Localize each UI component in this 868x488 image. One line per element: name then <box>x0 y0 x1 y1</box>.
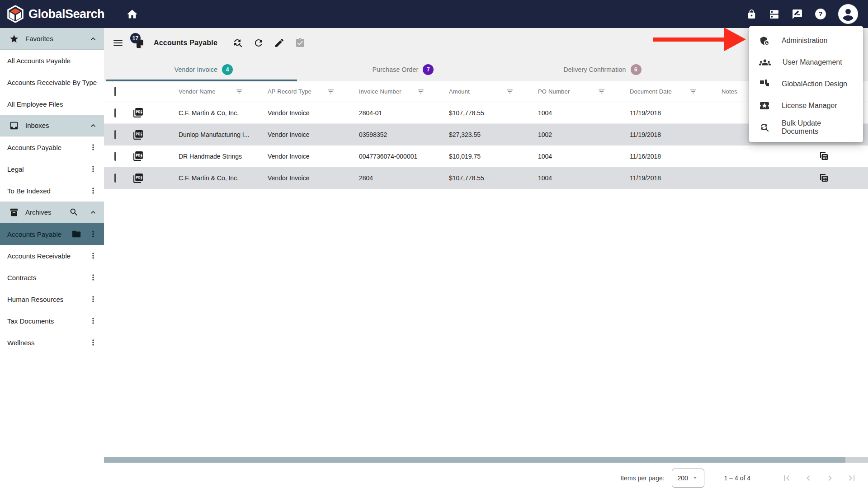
column-header-ap-record-type[interactable]: AP Record Type <box>250 88 341 95</box>
column-header-vendor-name[interactable]: Vendor Name <box>160 88 250 95</box>
find-replace-button[interactable] <box>227 38 248 48</box>
cell-document-date: 11/19/2018 <box>612 109 703 117</box>
filter-icon[interactable] <box>689 88 697 95</box>
chevron-up-icon[interactable] <box>89 121 98 130</box>
tab-vendor-invoice[interactable]: Vendor Invoice 4 <box>104 58 303 81</box>
sidebar: Favorites All Accounts Payable Accounts … <box>0 28 104 488</box>
menu-item-license-manager[interactable]: License Manager <box>749 95 863 117</box>
tab-label: Purchase Order <box>373 66 419 73</box>
cell-amount: $27,323.55 <box>431 131 520 138</box>
sidebar-archive-accounts-receivable[interactable]: Accounts Receivable <box>0 245 104 267</box>
home-button[interactable] <box>126 8 138 20</box>
filter-icon[interactable] <box>598 88 605 95</box>
page-title: Accounts Payable <box>154 39 217 47</box>
column-header-po-number[interactable]: PO Number <box>520 88 612 95</box>
lock-icon[interactable] <box>746 9 757 19</box>
edit-button[interactable] <box>269 38 290 48</box>
row-checkbox[interactable] <box>114 174 116 183</box>
sidebar-item-accounts-receivable-by-type[interactable]: Accounts Receivable By Type <box>0 71 104 93</box>
sidebar-inbox-to-be-indexed[interactable]: To Be Indexed <box>0 180 104 202</box>
sidebar-item-label: Wellness <box>7 339 35 347</box>
top-bar: GlobalSearch ? <box>0 0 868 28</box>
sidebar-item-all-employee-files[interactable]: All Employee Files <box>0 93 104 115</box>
last-page-button[interactable] <box>846 473 857 483</box>
filter-icon[interactable] <box>327 88 335 95</box>
row-checkbox[interactable] <box>114 108 116 117</box>
pdf-icon[interactable] <box>132 150 144 162</box>
table-row[interactable]: C.F. Martin & Co, Inc. Vendor Invoice 28… <box>104 167 868 189</box>
menu-item-globalaction-design[interactable]: GlobalAction Design <box>749 73 863 95</box>
document-copies-icon[interactable] <box>818 173 829 183</box>
pdf-icon[interactable] <box>132 107 144 118</box>
pdf-icon[interactable] <box>132 129 144 141</box>
cell-document-date: 11/19/2018 <box>612 174 703 182</box>
kebab-menu-icon[interactable] <box>89 230 98 239</box>
cell-amount: $10,019.75 <box>431 153 520 160</box>
next-page-button[interactable] <box>825 473 835 483</box>
page-size-select[interactable]: 200 <box>672 469 704 488</box>
filter-icon[interactable] <box>417 88 425 95</box>
archive-icon <box>9 207 19 217</box>
scrollbar-thumb[interactable] <box>104 457 845 463</box>
feedback-icon[interactable] <box>792 9 803 20</box>
cell-ap-record-type: Vendor Invoice <box>250 174 341 182</box>
task-complete-button[interactable] <box>290 38 311 48</box>
kebab-menu-icon[interactable] <box>89 295 98 304</box>
filter-icon[interactable] <box>236 88 243 95</box>
kebab-menu-icon[interactable] <box>89 143 98 152</box>
select-all-checkbox[interactable] <box>114 87 116 96</box>
sidebar-item-all-accounts-payable[interactable]: All Accounts Payable <box>0 50 104 71</box>
chevron-up-icon[interactable] <box>89 34 98 43</box>
menu-item-administration[interactable]: Administration <box>749 30 863 52</box>
dns-icon[interactable] <box>769 9 780 20</box>
users-icon <box>759 56 771 68</box>
first-page-button[interactable] <box>781 473 792 483</box>
prev-page-button[interactable] <box>803 473 814 483</box>
svg-text:?: ? <box>818 10 822 18</box>
column-header-invoice-number[interactable]: Invoice Number <box>341 88 431 95</box>
sidebar-archive-wellness[interactable]: Wellness <box>0 332 104 353</box>
kebab-menu-icon[interactable] <box>89 338 98 347</box>
sidebar-archive-tax-documents[interactable]: Tax Documents <box>0 310 104 332</box>
folder-icon[interactable] <box>71 229 81 239</box>
pagination-bar: Items per page: 200 1 – 4 of 4 <box>104 468 868 488</box>
hamburger-menu-button[interactable] <box>112 37 124 49</box>
inbox-count-badge: 17 <box>130 33 141 43</box>
sidebar-archive-human-resources[interactable]: Human Resources <box>0 288 104 310</box>
sidebar-section-inboxes[interactable]: Inboxes <box>0 115 104 136</box>
row-checkbox[interactable] <box>114 152 116 161</box>
cell-document-date: 11/16/2018 <box>612 153 703 160</box>
sidebar-archive-accounts-payable[interactable]: Accounts Payable <box>0 223 104 245</box>
cell-amount: $107,778.55 <box>431 109 520 117</box>
tab-purchase-order[interactable]: Purchase Order 7 <box>303 58 503 81</box>
horizontal-scrollbar[interactable] <box>104 457 868 463</box>
menu-item-user-management[interactable]: User Management <box>749 52 863 73</box>
sidebar-inbox-legal[interactable]: Legal <box>0 158 104 180</box>
search-icon[interactable] <box>69 207 79 217</box>
sidebar-archive-contracts[interactable]: Contracts <box>0 267 104 288</box>
tab-delivery-confirmation[interactable]: Delivery Confirmation 6 <box>503 58 702 81</box>
sidebar-inbox-accounts-payable[interactable]: Accounts Payable <box>0 136 104 158</box>
help-icon[interactable]: ? <box>815 8 826 20</box>
table-row[interactable]: DR Handmade Strings Vendor Invoice 00477… <box>104 145 868 167</box>
filter-icon[interactable] <box>506 88 514 95</box>
row-checkbox[interactable] <box>114 130 116 139</box>
column-header-document-date[interactable]: Document Date <box>612 88 703 95</box>
menu-item-bulk-update-documents[interactable]: Bulk Update Documents <box>749 117 863 138</box>
kebab-menu-icon[interactable] <box>89 186 98 195</box>
kebab-menu-icon[interactable] <box>89 316 98 325</box>
refresh-button[interactable] <box>248 38 269 48</box>
kebab-menu-icon[interactable] <box>89 251 98 260</box>
sidebar-section-favorites[interactable]: Favorites <box>0 28 104 50</box>
section-label: Favorites <box>25 35 53 42</box>
pdf-icon[interactable] <box>132 173 144 184</box>
column-header-amount[interactable]: Amount <box>431 88 520 95</box>
chevron-up-icon[interactable] <box>89 208 98 217</box>
cell-po-number: 1004 <box>520 174 612 182</box>
kebab-menu-icon[interactable] <box>89 273 98 282</box>
cell-invoice-number: 03598352 <box>341 131 431 138</box>
document-copies-icon[interactable] <box>818 151 829 162</box>
kebab-menu-icon[interactable] <box>89 164 98 174</box>
sidebar-section-archives[interactable]: Archives <box>0 202 104 223</box>
avatar[interactable] <box>838 4 858 24</box>
